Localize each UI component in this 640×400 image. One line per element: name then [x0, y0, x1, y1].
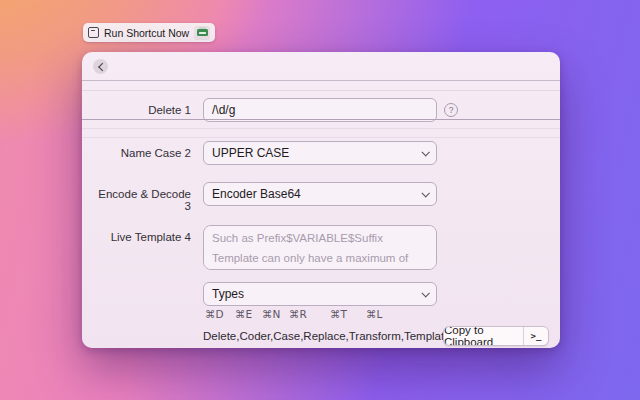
shortcut-hint: ⌘E [235, 308, 252, 320]
row-divider [82, 128, 560, 129]
delete-label: Delete 1 [98, 104, 191, 116]
name-case-value: UPPER CASE [212, 146, 422, 160]
types-value: Types [212, 287, 422, 301]
types-summary-text: Delete,Coder,Case,Replace,Transform,Temp… [203, 330, 451, 342]
shortcut-hint: ⌘D [205, 308, 224, 320]
run-shortcut-button[interactable]: Run Shortcut Now [83, 23, 215, 42]
back-button[interactable] [93, 59, 108, 74]
live-template-textarea[interactable] [203, 225, 437, 270]
shortcut-window-icon [88, 27, 99, 38]
copy-button-group: Copy to Clipboard >_ [443, 326, 549, 346]
terminal-button[interactable]: >_ [524, 327, 548, 345]
app-window: Delete 1 ? Name Case 2 UPPER CASE Encode… [82, 52, 560, 348]
run-shortcut-label: Run Shortcut Now [104, 27, 189, 39]
chevron-down-icon [421, 148, 429, 156]
copy-to-clipboard-button[interactable]: Copy to Clipboard [444, 327, 523, 345]
chevron-down-icon [421, 189, 429, 197]
encode-decode-select[interactable]: Encoder Base64 [203, 182, 437, 206]
encode-decode-value: Encoder Base64 [212, 187, 422, 201]
name-case-select[interactable]: UPPER CASE [203, 141, 437, 165]
shortcut-hints: ⌘D ⌘E ⌘N ⌘R ⌘T ⌘L [203, 308, 443, 322]
name-case-label: Name Case 2 [98, 147, 191, 159]
shortcut-hint: ⌘L [366, 308, 382, 320]
types-select[interactable]: Types [203, 282, 437, 306]
encode-decode-label: Encode & Decode 3 [98, 188, 191, 212]
header-divider [82, 80, 560, 81]
shortcut-hint: ⌘T [330, 308, 347, 320]
chevron-left-icon [98, 62, 106, 70]
shortcut-hint: ⌘R [289, 308, 307, 320]
content-top-divider [82, 90, 560, 91]
printer-icon [194, 26, 210, 40]
live-template-label: Live Template 4 [98, 231, 191, 243]
row-divider [82, 137, 560, 138]
shortcut-hint: ⌘N [262, 308, 280, 320]
section-divider [82, 119, 560, 120]
help-icon[interactable]: ? [444, 103, 458, 117]
chevron-down-icon [421, 289, 429, 297]
